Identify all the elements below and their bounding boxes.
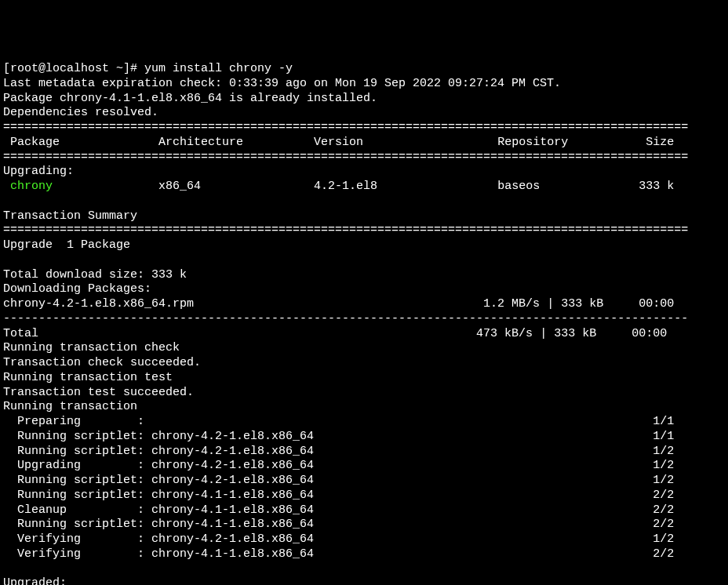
step-label: Upgrading : [17,459,144,472]
step-count: 2/2 [653,503,674,517]
step-count: 1/2 [653,532,674,546]
downloading-label: Downloading Packages: [3,282,151,296]
pkg-version: 4.2-1.el8 [314,180,377,193]
step-count: 2/2 [653,547,674,561]
transaction-summary: Transaction Summary [3,209,137,223]
step-count: 1/1 [653,430,674,443]
deps-resolved-line: Dependencies resolved. [3,106,158,119]
col-package: Package [10,136,60,149]
step-label: Running scriptlet: [17,518,144,531]
step-label: Verifying : [17,547,144,561]
divider-double: ========================================… [3,121,688,134]
metadata-check-line: Last metadata expiration check: 0:33:39 … [3,77,561,90]
col-size: Size [646,136,674,149]
download-size: Total download size: 333 k [3,268,187,282]
divider-double: ========================================… [3,151,688,164]
step-label: Verifying : [17,532,144,546]
rpm-time: 00:00 [639,297,674,311]
total-time: 00:00 [632,327,667,340]
step-label: Running scriptlet: [17,474,144,487]
step-pkg: chrony-4.1-1.el8.x86_64 [151,547,314,561]
already-installed-line: Package chrony-4.1-1.el8.x86_64 is alrea… [3,92,377,105]
step-count: 2/2 [653,489,674,502]
step-label: Preparing : [17,415,144,428]
col-version: Version [314,136,363,149]
col-arch: Architecture [158,136,243,149]
command-typed: yum install chrony -y [144,62,293,75]
rpm-file: chrony-4.2-1.el8.x86_64.rpm [3,297,194,311]
step-pkg: chrony-4.2-1.el8.x86_64 [151,459,314,472]
pkg-name: chrony [10,180,53,193]
step-count: 1/1 [653,415,674,428]
pkg-size: 333 k [639,180,674,193]
upgrade-count: Upgrade 1 Package [3,238,130,252]
step-count: 2/2 [653,518,674,531]
prompt: [root@localhost ~]# [3,62,144,75]
pkg-repo: baseos [497,180,540,193]
rpm-speed: 1.2 MB/s [483,297,540,311]
step-pkg: chrony-4.2-1.el8.x86_64 [151,532,314,546]
total-label: Total [3,327,38,340]
pkg-arch: x86_64 [158,180,201,193]
total-speed: 473 kB/s [476,327,533,340]
step-pkg: chrony-4.2-1.el8.x86_64 [151,474,314,487]
upgrading-label: Upgrading: [3,165,74,178]
step-label: Running scriptlet: [17,430,144,443]
col-repo: Repository [497,136,568,149]
rpm-size: 333 kB [561,297,603,311]
check-line: Running transaction test [3,371,173,384]
check-line: Running transaction [3,400,137,413]
step-pkg: chrony-4.1-1.el8.x86_64 [151,503,314,517]
check-line: Transaction test succeeded. [3,386,194,399]
step-count: 1/2 [653,459,674,472]
step-count: 1/2 [653,474,674,487]
total-size: 333 kB [554,327,596,340]
step-pkg: chrony-4.2-1.el8.x86_64 [151,445,314,458]
step-pkg: chrony-4.1-1.el8.x86_64 [151,518,314,531]
step-label: Running scriptlet: [17,445,144,458]
step-label: Cleanup : [17,503,144,517]
terminal-output: [root@localhost ~]# yum install chrony -… [0,59,728,585]
divider-dash: ----------------------------------------… [3,312,688,325]
step-label: Running scriptlet: [17,489,144,502]
step-count: 1/2 [653,445,674,458]
divider-double: ========================================… [3,223,688,237]
check-line: Transaction check succeeded. [3,356,201,369]
step-pkg: chrony-4.2-1.el8.x86_64 [151,430,314,443]
step-pkg: chrony-4.1-1.el8.x86_64 [151,489,314,502]
upgraded-label: Upgraded: [3,576,67,585]
check-line: Running transaction check [3,341,180,354]
